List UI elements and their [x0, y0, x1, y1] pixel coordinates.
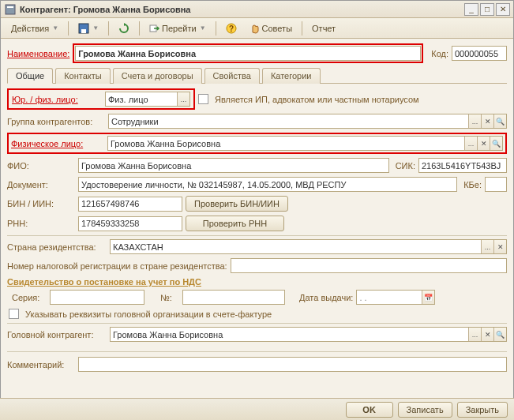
country-value: КАЗАХСТАН [111, 242, 481, 252]
legal-type-label: Юр. / физ. лицо: [12, 95, 100, 104]
refresh-icon [118, 23, 129, 34]
chevron-down-icon: ▼ [200, 24, 206, 32]
use-head-label: Указывать реквизиты головной организации… [25, 309, 272, 319]
titlebar: Контрагент: Громова Жанна Борисовна _ □ … [1, 1, 513, 18]
check-rnn-button[interactable]: Проверить РНН [186, 216, 284, 231]
kbe-input[interactable] [485, 177, 507, 192]
advice-button[interactable]: Советы [244, 21, 298, 36]
bin-input[interactable] [78, 197, 182, 212]
divider [7, 323, 507, 324]
head-label: Головной контрагент: [7, 330, 107, 339]
date-value: . . [357, 293, 422, 302]
doc-label: Документ: [7, 180, 75, 189]
name-label: Наименование: [7, 49, 69, 58]
window-controls: _ □ ✕ [464, 3, 510, 16]
clear-button[interactable]: ✕ [481, 328, 493, 341]
doc-value: Удостоверение личности, № 032145987, 14.… [79, 180, 456, 189]
floppy-icon [78, 23, 89, 34]
actions-menu[interactable]: Действия▼ [6, 21, 64, 36]
separator [108, 21, 109, 36]
is-ip-label: Является ИП, адвокатом или частным нотар… [215, 95, 419, 104]
person-label: Физическое лицо: [11, 139, 103, 148]
use-head-checkbox[interactable] [9, 309, 19, 319]
kbe-label: КБе: [463, 180, 482, 189]
select-button[interactable]: ... [177, 92, 189, 106]
legal-type-value: Физ. лицо [106, 95, 177, 104]
clear-button[interactable]: ✕ [481, 114, 493, 128]
fio-value: Громова Жанна Борисовна [79, 161, 388, 171]
chevron-down-icon: ▼ [52, 24, 58, 32]
app-icon [4, 3, 17, 16]
bin-label: БИН / ИИН: [7, 199, 75, 208]
divider [7, 235, 507, 236]
refresh-icon-button[interactable] [113, 21, 135, 36]
comment-input[interactable] [78, 357, 507, 372]
search-button[interactable]: 🔍 [493, 114, 506, 128]
name-input[interactable] [75, 46, 421, 61]
is-ip-checkbox[interactable] [198, 94, 208, 104]
group-value: Сотрудники [109, 117, 468, 126]
chevron-down-icon: ▼ [92, 24, 99, 32]
tab-properties[interactable]: Свойства [204, 68, 260, 84]
tab-accounts[interactable]: Счета и договоры [113, 68, 202, 84]
close-button[interactable]: ✕ [496, 3, 510, 16]
ok-button[interactable]: OK [346, 402, 393, 418]
rnn-input[interactable] [78, 216, 182, 231]
separator [302, 21, 302, 36]
series-label: Серия: [7, 293, 47, 302]
search-button[interactable]: 🔍 [493, 328, 506, 341]
nds-section-title: Свидетельство о постановке на учет по НД… [7, 277, 507, 287]
toolbar: Действия▼ ▼ Перейти▼ ? Советы Отчет [1, 18, 513, 39]
num-input[interactable] [182, 290, 285, 305]
svg-rect-1 [7, 6, 13, 8]
svg-rect-0 [6, 5, 15, 14]
save-button[interactable]: Записать [398, 402, 452, 418]
report-button[interactable]: Отчет [306, 21, 341, 36]
search-button[interactable]: 🔍 [490, 137, 502, 150]
separator [68, 21, 69, 36]
save-icon-button[interactable]: ▼ [73, 21, 104, 36]
select-button[interactable]: ... [468, 114, 481, 128]
num-label: №: [148, 293, 179, 302]
hand-icon [249, 23, 261, 34]
separator [139, 21, 140, 36]
series-input[interactable] [50, 290, 144, 305]
separator [216, 21, 216, 36]
country-label: Страна резидентства: [7, 242, 107, 252]
head-value: Громова Жанна Борисовна [111, 330, 468, 339]
code-label: Код: [431, 49, 448, 58]
date-label: Дата выдачи: [288, 293, 353, 302]
tab-contacts[interactable]: Контакты [55, 68, 111, 84]
tab-categories[interactable]: Категории [262, 68, 321, 84]
group-label: Группа контрагентов: [7, 117, 105, 126]
code-input[interactable] [452, 46, 507, 61]
person-value: Громова Жанна Борисовна [108, 139, 464, 148]
select-button[interactable]: ... [481, 240, 493, 253]
divider [7, 351, 507, 352]
clear-button[interactable]: ✕ [477, 137, 490, 150]
tab-general[interactable]: Общие [7, 68, 53, 84]
footer: OK Записать Закрыть [0, 398, 514, 420]
taxreg-label: Номер налоговой регистрации в стране рез… [7, 261, 227, 271]
close-footer-button[interactable]: Закрыть [457, 402, 508, 418]
sik-label: СИК: [396, 161, 415, 171]
help-icon: ? [226, 23, 237, 34]
select-button[interactable]: ... [464, 137, 477, 150]
tabs: Общие Контакты Счета и договоры Свойства… [7, 67, 507, 84]
check-bin-button[interactable]: Проверить БИН/ИИН [186, 196, 288, 212]
comment-label: Комментарий: [7, 360, 75, 369]
clear-button[interactable]: ✕ [493, 240, 506, 253]
sik-input[interactable] [418, 158, 507, 173]
taxreg-input[interactable] [231, 258, 507, 273]
rnn-label: РНН: [7, 219, 75, 228]
help-icon-button[interactable]: ? [220, 21, 242, 36]
svg-rect-3 [81, 29, 86, 33]
goto-menu[interactable]: Перейти▼ [144, 21, 212, 36]
calendar-button[interactable]: 📅 [422, 291, 434, 304]
goto-icon [149, 23, 160, 34]
minimize-button[interactable]: _ [464, 3, 478, 16]
window-title: Контрагент: Громова Жанна Борисовна [20, 5, 464, 14]
maximize-button[interactable]: □ [480, 3, 494, 16]
select-button[interactable]: ... [468, 328, 481, 341]
fio-label: ФИО: [7, 161, 75, 171]
